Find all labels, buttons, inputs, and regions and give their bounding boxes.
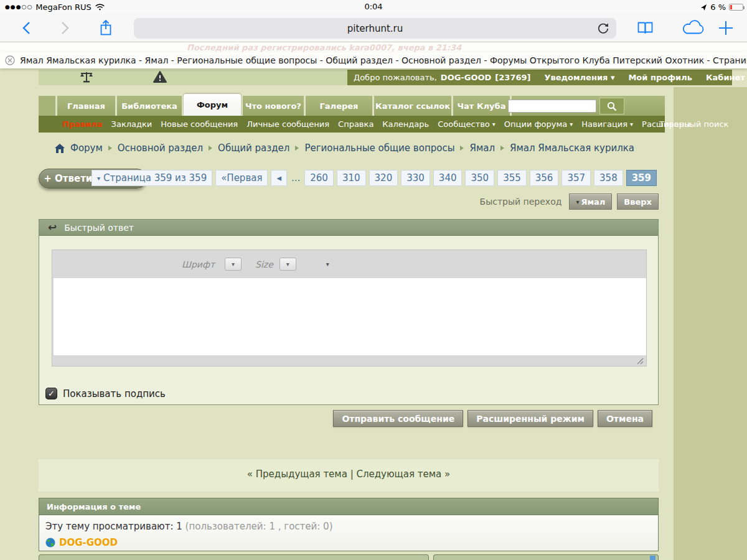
subnav-bookmarks-link[interactable]: Закладки: [111, 119, 153, 129]
caret-down-icon: ▾: [492, 121, 496, 128]
current-page-indicator: 359: [626, 170, 657, 186]
size-dropdown[interactable]: ▾: [280, 258, 296, 271]
signature-checkbox[interactable]: ✓: [45, 388, 57, 399]
previous-topic-link[interactable]: « Предыдущая тема: [247, 469, 347, 480]
caret-down-icon: ▾: [576, 198, 579, 205]
subnav-rules-link[interactable]: Правила: [62, 119, 103, 129]
new-tab-icon[interactable]: [716, 14, 736, 42]
breadcrumb-yamal[interactable]: Ямал: [469, 142, 495, 154]
message-editor: Шрифт ▾ Size ▾ ▾: [52, 250, 647, 366]
viewer-username-link[interactable]: DOG-GOOD: [59, 537, 118, 548]
message-textarea[interactable]: [54, 278, 646, 355]
welcome-greeting: Добро пожаловать,: [354, 73, 437, 82]
reload-icon[interactable]: [598, 22, 609, 35]
subnav-advanced-search-link[interactable]: Расширенный поиск: [642, 119, 728, 129]
cabinet-link[interactable]: Кабинет: [706, 73, 745, 82]
page-link[interactable]: 310: [337, 170, 366, 186]
topic-info-panel: Информация о теме Эту тему просматривают…: [39, 498, 659, 551]
my-profile-link[interactable]: Мой профиль: [628, 73, 692, 82]
share-icon[interactable]: [97, 14, 115, 42]
ghost-last-registered-text: Последний раз регистрировались kara0007,…: [187, 43, 622, 52]
page-link[interactable]: 357: [561, 170, 591, 186]
page-link[interactable]: 340: [433, 170, 463, 186]
cancel-button[interactable]: Отмена: [598, 410, 652, 427]
subnav-calendar-link[interactable]: Календарь: [382, 119, 429, 129]
quick-reply-panel: ↩ Быстрый ответ Шрифт ▾ Size ▾ ▾ ✓ Показ…: [39, 219, 659, 405]
subnav-forum-options-menu[interactable]: Опции форума▾: [504, 119, 573, 129]
subnav-community-menu[interactable]: Сообщество▾: [438, 119, 496, 129]
page-link[interactable]: 355: [497, 170, 527, 186]
tab-gallery[interactable]: Галерея: [306, 96, 372, 116]
page-status-dropdown[interactable]: ▾ Страница 359 из 359: [92, 170, 212, 186]
battery-percent-label: 6 %: [710, 2, 726, 12]
tab-library[interactable]: Библиотека: [117, 96, 182, 116]
page-link[interactable]: 358: [594, 170, 623, 186]
advanced-mode-button[interactable]: Расширенный режим: [467, 410, 593, 427]
forward-button[interactable]: [57, 14, 72, 42]
pagination: ▾ Страница 359 из 359 «Первая ◂ ... 260 …: [0, 170, 657, 186]
page-title: Ямал Ямальская курилка - Ямал - Регионал…: [20, 55, 747, 65]
breadcrumb: Форум Основной раздел Общий раздел Регио…: [55, 142, 665, 154]
resize-handle-icon[interactable]: [636, 357, 644, 365]
bookmarks-icon[interactable]: [634, 14, 656, 42]
submit-message-button[interactable]: Отправить сообщение: [333, 410, 463, 427]
scales-icon[interactable]: [80, 71, 93, 83]
page-link[interactable]: 356: [530, 170, 559, 186]
tab-link-catalog[interactable]: Каталог ссылок: [374, 96, 451, 116]
page-link[interactable]: 320: [369, 170, 398, 186]
search-button[interactable]: [599, 98, 624, 114]
font-dropdown[interactable]: ▾: [225, 258, 242, 271]
breadcrumb-arrow-icon: [500, 146, 504, 151]
signature-row: ✓ Показывать подпись: [45, 388, 166, 399]
caret-down-icon: ▾: [611, 73, 615, 82]
caret-down-icon: ▾: [97, 175, 100, 182]
breadcrumb-main-section[interactable]: Основной раздел: [118, 142, 203, 154]
reply-arrow-icon: ↩: [48, 221, 57, 233]
subnav-private-messages-link[interactable]: Личные сообщения: [247, 119, 329, 129]
icloud-tabs-icon[interactable]: [679, 14, 706, 42]
notifications-menu[interactable]: Уведомления ▾: [544, 73, 614, 82]
quick-jump-row: Быстрый переход ▾ Ямал Вверх: [0, 194, 659, 210]
back-button[interactable]: [19, 14, 34, 42]
form-buttons-row: Отправить сообщение Расширенный режим От…: [0, 410, 652, 427]
warning-icon[interactable]: [153, 71, 167, 83]
viewers-detail: (пользователей: 1 , гостей: 0): [186, 521, 333, 532]
breadcrumb-regional-questions[interactable]: Региональные общие вопросы: [304, 142, 454, 154]
breadcrumb-general-section[interactable]: Общий раздел: [218, 142, 289, 154]
quick-reply-header: ↩ Быстрый ответ: [39, 220, 658, 236]
page-right-margin: [674, 87, 747, 560]
close-tab-icon[interactable]: [5, 55, 15, 65]
home-icon[interactable]: [55, 144, 65, 153]
viewer-row: DOG-GOOD: [45, 537, 658, 548]
forum-jump-select[interactable]: ▾ Ямал: [569, 194, 612, 210]
search-input[interactable]: [508, 100, 596, 113]
bottom-right-panel: [433, 554, 659, 560]
size-label: Size: [255, 259, 273, 269]
scroll-top-button[interactable]: Вверх: [617, 194, 659, 210]
page-link[interactable]: 330: [401, 170, 430, 186]
first-page-button[interactable]: «Первая: [215, 170, 268, 186]
subnav-navigation-menu[interactable]: Навигация▾: [581, 119, 633, 129]
more-tools-dropdown[interactable]: ▾: [326, 261, 329, 268]
address-bar[interactable]: piterhunt.ru: [134, 18, 616, 39]
tab-whats-new[interactable]: Что нового?: [243, 96, 304, 116]
prev-page-button[interactable]: ◂: [271, 170, 287, 186]
pagination-ellipsis: ...: [290, 170, 301, 185]
user-id-label: [23769]: [495, 73, 530, 82]
tab-club-chat[interactable]: Чат Клуба: [453, 96, 510, 116]
page-link[interactable]: 350: [465, 170, 494, 186]
breadcrumb-arrow-icon: [460, 146, 464, 151]
page-link[interactable]: 260: [304, 170, 334, 186]
breadcrumb-current-topic: Ямал Ямальская курилка: [510, 142, 634, 154]
tab-home[interactable]: Главная: [57, 96, 115, 116]
username-link[interactable]: DOG-GOOD: [441, 73, 491, 82]
breadcrumb-forum[interactable]: Форум: [70, 142, 103, 154]
subnav-new-messages-link[interactable]: Новые сообщения: [161, 119, 238, 129]
quick-jump-label: Быстрый переход: [480, 197, 562, 207]
topic-navigation: « Предыдущая тема | Следующая тема »: [0, 469, 697, 480]
next-topic-link[interactable]: Следующая тема »: [356, 469, 450, 480]
tab-forum[interactable]: Форум: [184, 94, 241, 116]
caret-down-icon: ▾: [630, 121, 633, 128]
subnav-help-link[interactable]: Справка: [338, 119, 374, 129]
user-welcome-bar: Добро пожаловать, DOG-GOOD [23769] Уведо…: [347, 70, 732, 85]
